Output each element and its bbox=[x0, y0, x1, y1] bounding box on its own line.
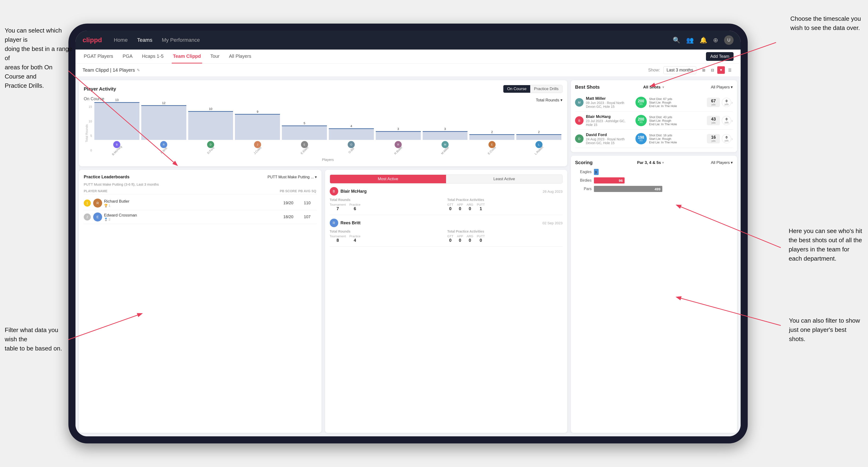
nav-link-teams[interactable]: Teams bbox=[137, 37, 152, 43]
bar-8 bbox=[469, 134, 515, 140]
shot-score-badge-3: 198 SG bbox=[636, 133, 647, 144]
shot-score-badge-1: 200 SG bbox=[636, 97, 647, 108]
tab-tour[interactable]: Tour bbox=[209, 50, 221, 63]
shot-dist-info-3: Shot Dist: 16 ydsStart Lie: RoughEnd Lie… bbox=[649, 133, 707, 144]
avatar[interactable]: U bbox=[724, 35, 734, 45]
bar-item-1: 12 R R.Britt bbox=[141, 101, 186, 152]
shot-avatar-1: M bbox=[575, 98, 584, 106]
bar-line-8 bbox=[469, 134, 515, 135]
show-label: Show: bbox=[648, 68, 660, 73]
tournament-stat-1: Tournament 7 bbox=[330, 203, 346, 211]
grid-view-icon[interactable]: ⊞ bbox=[700, 66, 707, 74]
app-stat-2: APP 0 bbox=[457, 235, 463, 243]
gtt-stat-2: GTT 0 bbox=[447, 235, 453, 243]
active-toggle: Most Active Least Active bbox=[330, 175, 563, 184]
practice-drills-toggle[interactable]: Practice Drills bbox=[530, 85, 562, 93]
nav-link-performance[interactable]: My Performance bbox=[162, 37, 200, 43]
tab-pgat-players[interactable]: PGAT Players bbox=[83, 50, 115, 63]
active-avatar-1: B bbox=[330, 187, 338, 195]
scoring-players-filter[interactable]: All Players ▾ bbox=[711, 160, 733, 165]
team-header-right: Show: Last 3 months ⊞ ⊟ ♥ ☰ bbox=[648, 66, 734, 74]
tab-hcaps[interactable]: Hcaps 1-5 bbox=[141, 50, 165, 63]
active-player-header-2: R Rees Britt 02 Sep 2023 bbox=[330, 219, 563, 227]
users-icon[interactable]: 👥 bbox=[686, 36, 694, 44]
eagles-label: Eagles bbox=[575, 170, 592, 174]
top-nav: clippd Home Teams My Performance 🔍 👥 🔔 ⊕… bbox=[75, 31, 741, 50]
view-icons: ⊞ ⊟ ♥ ☰ bbox=[700, 66, 734, 74]
putt-stat-1: PUTT 1 bbox=[477, 203, 485, 211]
best-shots-card: Best Shots All Shots ▾ All Players ▾ M bbox=[571, 80, 737, 152]
annotation-best-shots: Here you can see who's hitthe best shots… bbox=[789, 226, 862, 263]
active-player-header-1: B Blair McHarg 26 Aug 2023 bbox=[330, 187, 563, 195]
lb-player-info-1: R Richard Butler 🏆 1 bbox=[93, 198, 279, 208]
bar-4 bbox=[282, 125, 327, 140]
dist-zero-3: 0 yds bbox=[722, 134, 731, 144]
search-icon[interactable]: 🔍 bbox=[673, 36, 680, 44]
tab-all-players[interactable]: All Players bbox=[228, 50, 252, 63]
left-panel: Player Activity On Course Practice Drill… bbox=[75, 76, 571, 436]
annotation-best-player: You can select which player isdoing the … bbox=[5, 26, 73, 90]
shot-chevron-3[interactable]: › bbox=[731, 136, 733, 142]
par-filter[interactable]: Par 3, 4 & 5s bbox=[637, 160, 661, 165]
shot-chevron-2[interactable]: › bbox=[731, 118, 733, 123]
right-panel: Best Shots All Shots ▾ All Players ▾ M bbox=[571, 76, 741, 436]
lb-rank-badge-1: 🏆 1 bbox=[104, 204, 129, 207]
bar-item-3: 9 J J.Coles bbox=[235, 110, 280, 152]
most-active-tab[interactable]: Most Active bbox=[330, 175, 446, 183]
least-active-tab[interactable]: Least Active bbox=[446, 175, 562, 183]
shot-score-num-2: 200 bbox=[638, 118, 644, 121]
total-practice-section-1: Total Practice Activities GTT 0 APP bbox=[447, 198, 563, 211]
leaderboard-header: PLAYER NAME PB SCORE PB AVG SQ bbox=[84, 189, 317, 194]
active-date-1: 26 Aug 2023 bbox=[543, 189, 563, 193]
list-view-icon[interactable]: ☰ bbox=[726, 66, 734, 74]
bottom-cards: Practice Leaderboards PUTT Must Make Put… bbox=[79, 170, 567, 433]
shot-chevron-1[interactable]: › bbox=[731, 100, 733, 105]
practice-leaderboards-dropdown[interactable]: PUTT Must Make Putting ... ▾ bbox=[268, 175, 316, 179]
add-team-button[interactable]: Add Team bbox=[706, 52, 734, 61]
chart-filter-dropdown[interactable]: Total Rounds ▾ bbox=[536, 98, 563, 102]
shot-avatar-3: D bbox=[575, 134, 584, 143]
active-date-2: 02 Sep 2023 bbox=[542, 221, 563, 225]
most-active-card: Most Active Least Active B Blair McHarg … bbox=[325, 170, 567, 433]
putt-stat-2: PUTT 0 bbox=[477, 235, 485, 243]
on-course-toggle[interactable]: On Course bbox=[503, 85, 530, 93]
add-icon[interactable]: ⊕ bbox=[713, 36, 718, 44]
all-shots-filter[interactable]: All Shots bbox=[643, 85, 661, 90]
bar-line-1 bbox=[141, 105, 186, 106]
annotation-filter-shots: You can also filter to showjust one play… bbox=[789, 316, 862, 344]
bar-chart: 15 10 5 0 Total Rounds 13 bbox=[84, 105, 563, 161]
lb-player-col-header: PLAYER NAME bbox=[84, 189, 279, 193]
total-rounds-section-2: Total Rounds Tournament 8 Practice bbox=[330, 229, 445, 243]
dist-value-1: 67 yds bbox=[707, 98, 720, 107]
bar-line-4 bbox=[282, 125, 327, 126]
show-dropdown[interactable]: Last 3 months bbox=[663, 66, 696, 74]
bar-line-6 bbox=[376, 131, 421, 132]
scoring-card: Scoring Par 3, 4 & 5s ▾ All Players ▾ Ea… bbox=[571, 156, 737, 433]
shot-player-name-3: David Ford bbox=[586, 132, 633, 137]
all-players-filter[interactable]: All Players ▾ bbox=[711, 85, 733, 90]
shots-filter: All Shots ▾ bbox=[643, 85, 665, 90]
shot-detail-3: 24 Aug 2023 · Royal North Devon GC, Hole… bbox=[586, 137, 633, 145]
y-label-10: 10 bbox=[89, 120, 92, 123]
tournament-stat-2: Tournament 8 bbox=[330, 235, 346, 243]
tab-team-clippd[interactable]: Team Clippd bbox=[172, 50, 202, 63]
scoring-title: Scoring bbox=[575, 160, 592, 165]
bell-icon[interactable]: 🔔 bbox=[700, 36, 707, 44]
shot-score-label-3: SG bbox=[639, 139, 643, 142]
player-activity-header: Player Activity On Course Practice Drill… bbox=[84, 85, 563, 93]
y-axis-title: Total Rounds bbox=[85, 124, 88, 142]
heart-view-icon[interactable]: ♥ bbox=[717, 66, 725, 74]
sub-nav: PGAT Players PGA Hcaps 1-5 Team Clippd T… bbox=[75, 50, 741, 64]
stats-grid-2: Total Rounds Tournament 8 Practice bbox=[330, 229, 563, 243]
tab-pga[interactable]: PGA bbox=[121, 50, 134, 63]
practice-stat-2: Practice 4 bbox=[349, 235, 361, 243]
stat-row-1: Tournament 7 Practice 6 bbox=[330, 203, 445, 211]
bar-line-0 bbox=[94, 102, 140, 103]
practice-leaderboards-title: Practice Leaderboards bbox=[84, 175, 129, 180]
nav-link-home[interactable]: Home bbox=[114, 37, 128, 43]
dist-value-3: 16 yds bbox=[707, 134, 720, 144]
birdies-value: 96 bbox=[619, 179, 623, 183]
edit-icon[interactable]: ✎ bbox=[137, 68, 140, 72]
practice-leaderboards-card: Practice Leaderboards PUTT Must Make Put… bbox=[79, 170, 321, 433]
grid-small-icon[interactable]: ⊟ bbox=[709, 66, 716, 74]
